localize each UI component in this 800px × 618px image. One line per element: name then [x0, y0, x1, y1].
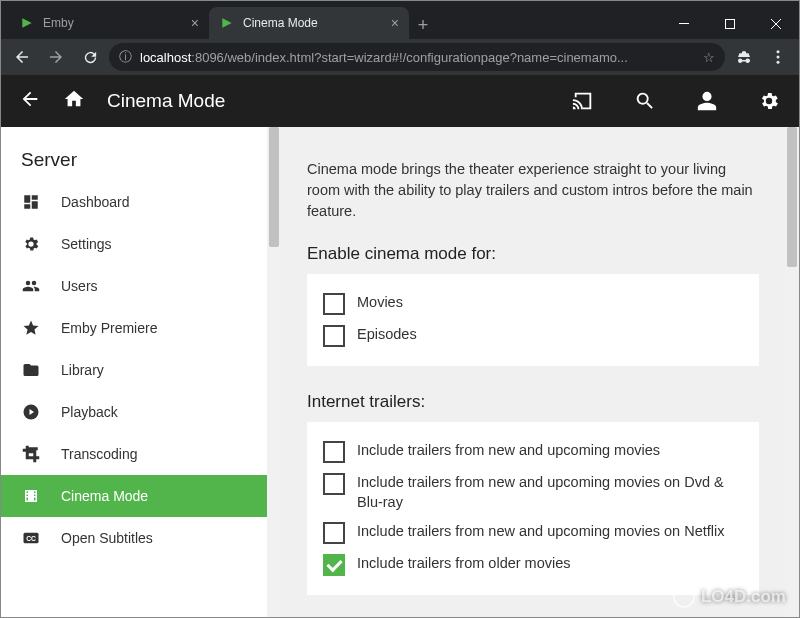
checkbox-label: Include trailers from new and upcoming m…: [357, 473, 743, 512]
window-close-button[interactable]: [753, 9, 799, 39]
site-info-icon[interactable]: ⓘ: [119, 48, 132, 66]
checkbox-trailers-dvd-bluray[interactable]: Include trailers from new and upcoming m…: [323, 468, 743, 517]
film-icon: [21, 486, 41, 506]
sidebar-item-label: Transcoding: [61, 446, 138, 462]
sidebar-item-library[interactable]: Library: [1, 349, 267, 391]
sidebar-item-cinema-mode[interactable]: Cinema Mode: [1, 475, 267, 517]
section-title-enable: Enable cinema mode for:: [307, 244, 759, 264]
checkbox-trailers-new-upcoming[interactable]: Include trailers from new and upcoming m…: [323, 436, 743, 468]
checkbox-trailers-older[interactable]: Include trailers from older movies: [323, 549, 743, 581]
browser-tab-emby[interactable]: Emby ×: [9, 7, 209, 39]
sidebar-item-playback[interactable]: Playback: [1, 391, 267, 433]
checkbox-icon: [323, 522, 345, 544]
sidebar-item-dashboard[interactable]: Dashboard: [1, 181, 267, 223]
transform-icon: [21, 444, 41, 464]
main-content: Cinema mode brings the theater experienc…: [281, 127, 785, 618]
svg-point-6: [777, 50, 780, 53]
checkbox-label: Include trailers from new and upcoming m…: [357, 441, 660, 461]
settings-gear-icon[interactable]: [757, 89, 781, 113]
folder-icon: [21, 360, 41, 380]
svg-rect-2: [679, 23, 689, 24]
internet-trailers-options: Include trailers from new and upcoming m…: [307, 422, 759, 595]
emby-favicon-icon: [219, 15, 235, 31]
browser-address-bar: ⓘ localhost:8096/web/index.html?start=wi…: [1, 39, 799, 75]
new-tab-button[interactable]: +: [409, 11, 437, 39]
checkbox-label: Episodes: [357, 325, 417, 345]
sidebar-item-label: Playback: [61, 404, 118, 420]
browser-titlebar: Emby × Cinema Mode × +: [1, 1, 799, 39]
gear-icon: [21, 234, 41, 254]
app-back-button[interactable]: [19, 88, 41, 114]
sidebar-item-emby-premiere[interactable]: Emby Premiere: [1, 307, 267, 349]
tab-close-icon[interactable]: ×: [191, 15, 199, 31]
enable-for-options: Movies Episodes: [307, 274, 759, 366]
sidebar-heading: Server: [1, 127, 267, 181]
svg-marker-0: [22, 18, 31, 27]
nav-reload-button[interactable]: [75, 42, 105, 72]
page-title: Cinema Mode: [107, 90, 225, 112]
window-controls: [661, 9, 799, 39]
people-icon: [21, 276, 41, 296]
checkbox-label: Include trailers from new and upcoming m…: [357, 522, 725, 542]
sidebar-item-label: Emby Premiere: [61, 320, 157, 336]
sidebar-scrollbar[interactable]: [267, 127, 281, 618]
window-minimize-button[interactable]: [661, 9, 707, 39]
app-header: Cinema Mode: [1, 75, 799, 127]
sidebar-item-open-subtitles[interactable]: CC Open Subtitles: [1, 517, 267, 559]
svg-point-8: [777, 61, 780, 64]
sidebar-item-label: Dashboard: [61, 194, 130, 210]
home-button[interactable]: [63, 88, 85, 114]
checkbox-icon: [323, 441, 345, 463]
svg-text:CC: CC: [26, 535, 36, 542]
checkbox-label: Include trailers from older movies: [357, 554, 571, 574]
checkbox-episodes[interactable]: Episodes: [323, 320, 743, 352]
checkbox-icon: [323, 293, 345, 315]
star-icon: [21, 318, 41, 338]
sidebar-item-label: Cinema Mode: [61, 488, 148, 504]
checkbox-movies[interactable]: Movies: [323, 288, 743, 320]
sidebar: Server Dashboard Settings Users Emby Pre…: [1, 127, 281, 618]
browser-tab-cinema-mode[interactable]: Cinema Mode ×: [209, 7, 409, 39]
checkbox-icon: [323, 473, 345, 495]
sidebar-item-label: Library: [61, 362, 104, 378]
search-icon[interactable]: [633, 89, 657, 113]
emby-favicon-icon: [19, 15, 35, 31]
sidebar-item-label: Users: [61, 278, 98, 294]
tab-close-icon[interactable]: ×: [391, 15, 399, 31]
sidebar-item-users[interactable]: Users: [1, 265, 267, 307]
intro-text: Cinema mode brings the theater experienc…: [307, 159, 759, 222]
play-icon: [21, 402, 41, 422]
checkbox-icon: [323, 554, 345, 576]
tab-label: Emby: [43, 16, 74, 30]
url-text: localhost:8096/web/index.html?start=wiza…: [140, 50, 628, 65]
checkbox-trailers-netflix[interactable]: Include trailers from new and upcoming m…: [323, 517, 743, 549]
window-maximize-button[interactable]: [707, 9, 753, 39]
svg-marker-1: [222, 18, 231, 27]
sidebar-item-label: Settings: [61, 236, 112, 252]
svg-point-7: [777, 56, 780, 59]
checkbox-label: Movies: [357, 293, 403, 313]
cast-icon[interactable]: [571, 89, 595, 113]
browser-menu-icon[interactable]: [763, 42, 793, 72]
main-scrollbar[interactable]: [785, 127, 799, 618]
nav-forward-button[interactable]: [41, 42, 71, 72]
sidebar-item-transcoding[interactable]: Transcoding: [1, 433, 267, 475]
cc-icon: CC: [21, 528, 41, 548]
sidebar-item-settings[interactable]: Settings: [1, 223, 267, 265]
url-input[interactable]: ⓘ localhost:8096/web/index.html?start=wi…: [109, 43, 725, 71]
sidebar-item-label: Open Subtitles: [61, 530, 153, 546]
bookmark-star-icon[interactable]: ☆: [703, 50, 715, 65]
tab-label: Cinema Mode: [243, 16, 318, 30]
checkbox-icon: [323, 325, 345, 347]
dashboard-icon: [21, 192, 41, 212]
incognito-icon[interactable]: [729, 42, 759, 72]
content-area: Server Dashboard Settings Users Emby Pre…: [1, 127, 799, 618]
nav-back-button[interactable]: [7, 42, 37, 72]
section-title-trailers: Internet trailers:: [307, 392, 759, 412]
user-icon[interactable]: [695, 89, 719, 113]
svg-rect-3: [726, 20, 735, 29]
